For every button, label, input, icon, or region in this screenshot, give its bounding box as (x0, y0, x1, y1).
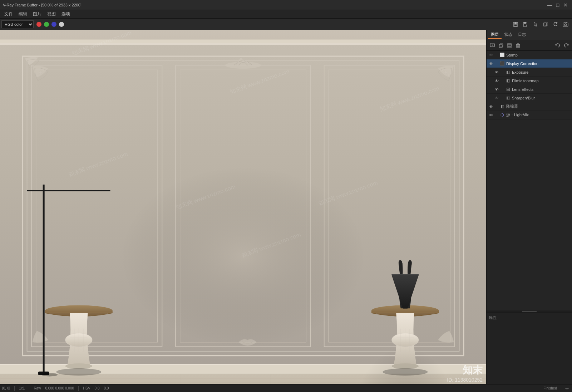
svg-rect-4 (524, 22, 526, 24)
svg-rect-41 (43, 185, 45, 374)
svg-rect-82 (500, 44, 503, 47)
render-image: 知末网 www.znzmo.com 知末网 www.znzmo.com 知末网 … (0, 30, 486, 384)
status-values: 0.000 0.000 0.000 (45, 386, 74, 390)
layer-icon-denoiser: ◧ (499, 104, 505, 109)
svg-point-39 (442, 69, 443, 71)
layer-name-stamp: Stamp (506, 53, 571, 57)
menu-edit[interactable]: 编辑 (16, 10, 30, 18)
layer-item-lightmix[interactable]: 👁 ⬡ 源：LightMix (487, 111, 572, 119)
lock-icon-filmic[interactable] (499, 78, 505, 84)
right-panel: 图层 状态 日志 + (486, 30, 572, 384)
minimize-button[interactable]: — (546, 1, 553, 9)
eye-icon-display-correction[interactable]: 👁 (488, 61, 494, 67)
layer-item-sharpen[interactable]: 👁 ◧ Sharpen/Blur (487, 94, 572, 102)
lock-icon-exposure[interactable] (499, 69, 505, 75)
eye-icon-denoiser[interactable]: 👁 (488, 104, 494, 109)
merge-icon[interactable] (505, 41, 514, 50)
menu-view[interactable]: 视图 (44, 10, 59, 18)
layer-name-filmic: Filmic tonemap (512, 79, 571, 83)
svg-point-34 (39, 71, 42, 74)
svg-rect-24 (0, 43, 486, 45)
copy-layer-icon[interactable] (497, 41, 505, 50)
status-scale: 1x1 (19, 386, 25, 390)
blue-channel-dot[interactable] (51, 22, 56, 27)
delete-layer-icon[interactable] (514, 41, 522, 50)
close-button[interactable]: ✕ (562, 1, 569, 9)
cursor-icon[interactable] (531, 19, 541, 29)
render-viewport[interactable]: 知末网 www.znzmo.com 知末网 www.znzmo.com 知末网 … (0, 30, 486, 384)
status-mode: Raw (34, 386, 41, 390)
svg-text:+: + (526, 24, 527, 27)
menu-options[interactable]: 选项 (59, 10, 73, 18)
panel-toolbar: + (487, 40, 572, 51)
lock-icon-lens[interactable] (499, 87, 505, 92)
svg-rect-40 (90, 122, 396, 347)
eye-icon-stamp[interactable]: 👁 (488, 52, 494, 58)
svg-point-9 (564, 24, 567, 26)
status-format[interactable]: HSV (83, 386, 90, 390)
svg-text:+: + (492, 44, 493, 47)
layer-icon-stamp: ⬜ (499, 52, 505, 58)
svg-rect-81 (499, 44, 502, 48)
layer-item-exposure[interactable]: 👁 ◧ Exposure (487, 68, 572, 77)
menu-bar: 文件 编辑 图片 视图 选项 (0, 10, 572, 19)
layer-item-lens-effects[interactable]: 👁 ⊞ Lens Effects (487, 85, 572, 94)
tab-log[interactable]: 日志 (515, 31, 529, 39)
layer-item-denoiser[interactable]: 👁 ◧ 降噪器 (487, 102, 572, 111)
svg-rect-10 (0, 30, 486, 40)
svg-rect-85 (507, 46, 512, 48)
svg-rect-86 (517, 44, 519, 48)
svg-rect-1 (514, 22, 517, 24)
lock-icon-lightmix[interactable] (494, 112, 499, 118)
svg-point-55 (65, 363, 93, 369)
svg-point-44 (41, 373, 58, 376)
add-layer-icon[interactable]: + (488, 41, 497, 50)
status-state: Finished (543, 386, 557, 390)
status-hsv1: 0.0 (95, 386, 100, 390)
save-as-icon[interactable]: + (521, 19, 531, 29)
save-icon[interactable] (511, 19, 521, 29)
green-channel-dot[interactable] (44, 22, 49, 27)
svg-rect-46 (45, 311, 113, 313)
svg-rect-23 (0, 40, 486, 43)
lock-icon-stamp[interactable] (494, 52, 499, 58)
layer-item-display-correction[interactable]: 👁 ⬛ Display Correction (487, 59, 572, 68)
white-channel-dot[interactable] (59, 22, 64, 27)
layer-icon-filmic: ◧ (505, 78, 511, 84)
eye-icon-lens[interactable]: 👁 (494, 87, 499, 92)
menu-image[interactable]: 图片 (30, 10, 44, 18)
camera-icon[interactable] (561, 19, 571, 29)
layer-name-sharpen: Sharpen/Blur (512, 96, 571, 100)
panel-tabs: 图层 状态 日志 (487, 30, 572, 40)
eye-icon-filmic[interactable]: 👁 (494, 78, 499, 84)
color-channel-select[interactable]: RGB color Alpha Luminance (1, 20, 34, 28)
svg-rect-6 (543, 23, 547, 26)
lock-icon-display-correction[interactable] (494, 61, 499, 67)
main-content: 知末网 www.znzmo.com 知末网 www.znzmo.com 知末网 … (0, 30, 572, 384)
svg-point-35 (37, 74, 39, 76)
lock-icon-sharpen[interactable] (499, 95, 505, 101)
lock-icon-denoiser[interactable] (494, 104, 499, 109)
layer-name-lightmix: 源：LightMix (506, 112, 571, 118)
status-coords: [0, 0] (2, 386, 10, 390)
redo-icon[interactable] (562, 41, 571, 50)
undo-icon[interactable] (553, 41, 562, 50)
menu-file[interactable]: 文件 (1, 10, 16, 18)
layer-icon-lens: ⊞ (505, 87, 511, 92)
layer-item-stamp[interactable]: 👁 ⬜ Stamp (487, 51, 572, 59)
eye-icon-exposure[interactable]: 👁 (494, 69, 499, 75)
maximize-button[interactable]: □ (554, 1, 561, 9)
red-channel-dot[interactable] (36, 22, 41, 27)
expand-icon[interactable] (564, 386, 570, 391)
svg-rect-83 (507, 44, 512, 45)
layer-item-filmic[interactable]: 👁 ◧ Filmic tonemap (487, 77, 572, 85)
layer-icon-exposure: ◧ (505, 69, 511, 75)
eye-icon-lightmix[interactable]: 👁 (488, 112, 494, 118)
tab-status[interactable]: 状态 (502, 31, 515, 39)
eye-icon-sharpen[interactable]: 👁 (494, 95, 499, 101)
refresh-icon[interactable] (551, 19, 561, 29)
tab-layers[interactable]: 图层 (488, 31, 502, 39)
svg-point-33 (225, 62, 261, 69)
clone-icon[interactable] (541, 19, 551, 29)
svg-rect-7 (544, 22, 548, 25)
